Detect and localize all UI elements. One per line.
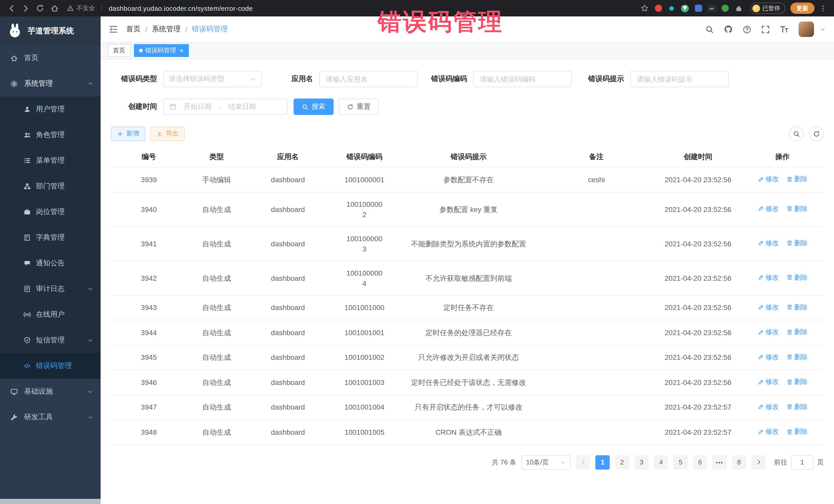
add-button[interactable]: 新增 — [111, 127, 145, 141]
delete-link[interactable]: 删除 — [786, 352, 808, 362]
edit-link[interactable]: 修改 — [757, 352, 779, 362]
extension-icon-on[interactable]: on — [706, 3, 717, 14]
delete-link[interactable]: 删除 — [786, 272, 808, 283]
page-button-4[interactable]: 4 — [654, 455, 668, 469]
export-button[interactable]: 导出 — [150, 127, 185, 141]
address-bar[interactable]: dashboard.yudao.iocoder.cn/system/error-… — [109, 4, 253, 12]
fullscreen-icon[interactable] — [761, 25, 770, 34]
document-icon — [24, 285, 31, 292]
reset-button[interactable]: 重置 — [339, 98, 379, 115]
user-avatar[interactable] — [798, 22, 814, 37]
table-row: 3940自动生成dashboard100100000 2参数配置 key 重复2… — [111, 192, 824, 226]
prev-page-button[interactable] — [576, 455, 590, 469]
sidebar-item-notice[interactable]: 通知公告 — [0, 250, 101, 276]
menu-list-icon — [24, 157, 31, 164]
reload-icon[interactable] — [34, 2, 46, 14]
annotation-title: 错误码管理 — [378, 6, 503, 38]
back-icon[interactable] — [5, 2, 18, 14]
delete-link[interactable]: 删除 — [786, 204, 808, 214]
page-button-8[interactable]: 8 — [732, 455, 746, 469]
sidebar-item-infrastructure[interactable]: 基础设施 — [0, 379, 101, 404]
sidebar-item-role-management[interactable]: 角色管理 — [0, 122, 101, 148]
divider — [102, 5, 102, 12]
sidebar-item-user-management[interactable]: 用户管理 — [0, 96, 101, 122]
edit-link[interactable]: 修改 — [757, 302, 779, 312]
security-indicator[interactable]: 不安全 — [67, 4, 95, 13]
page-button-2[interactable]: 2 — [615, 455, 629, 469]
col-header-msg: 错误码提示 — [399, 147, 538, 167]
help-icon[interactable] — [743, 25, 751, 34]
breadcrumb-home[interactable]: 首页 — [126, 25, 140, 34]
vue-devtools-icon[interactable] — [679, 3, 690, 14]
page-button-6[interactable]: 6 — [693, 455, 707, 469]
sidebar-item-home[interactable]: 首页 — [0, 45, 101, 71]
update-button[interactable]: 更新 — [790, 3, 814, 14]
edit-link[interactable]: 修改 — [757, 377, 779, 387]
bookmark-star-icon[interactable] — [638, 2, 651, 14]
edit-link[interactable]: 修改 — [757, 272, 779, 283]
github-icon[interactable] — [724, 25, 733, 34]
edit-link[interactable]: 修改 — [757, 238, 779, 248]
search-button[interactable]: 搜索 — [293, 98, 334, 115]
edit-link[interactable]: 修改 — [757, 174, 779, 184]
kebab-menu-icon[interactable] — [816, 2, 829, 14]
page-button-5[interactable]: 5 — [673, 455, 688, 469]
profile-paused-badge[interactable]: 已暂停 — [750, 3, 785, 14]
app-name-input[interactable] — [319, 71, 418, 87]
forward-icon[interactable] — [20, 2, 32, 14]
right-toolbar — [789, 126, 824, 141]
sidebar-item-online-users[interactable]: 在线用户 — [0, 302, 101, 327]
search-icon[interactable] — [705, 25, 714, 34]
tab-error-code-management[interactable]: 错误码管理 × — [134, 44, 189, 57]
active-dot — [139, 49, 143, 52]
edit-link[interactable]: 修改 — [757, 204, 779, 214]
sidebar-item-system-management[interactable]: 系统管理 — [0, 71, 101, 96]
delete-link[interactable]: 删除 — [786, 426, 808, 437]
extension-icon-teal-dot[interactable] — [666, 3, 677, 14]
delete-link[interactable]: 删除 — [786, 302, 808, 312]
edit-link[interactable]: 修改 — [757, 327, 779, 337]
extension-icon-green[interactable] — [719, 3, 730, 14]
sidebar-item-sms-management[interactable]: 短信管理 — [0, 327, 101, 353]
delete-link[interactable]: 删除 — [786, 327, 808, 337]
extension-icon-red[interactable] — [653, 3, 664, 14]
edit-link[interactable]: 修改 — [757, 426, 779, 437]
sidebar-item-audit-log[interactable]: 审计日志 — [0, 276, 101, 302]
sidebar-item-menu-management[interactable]: 菜单管理 — [0, 148, 101, 174]
sidebar-item-error-code-management[interactable]: 错误码管理 — [0, 353, 101, 379]
edit-link[interactable]: 修改 — [757, 401, 779, 412]
app-logo[interactable]: 芋道管理系统 — [0, 17, 101, 45]
page-size-select[interactable]: 10条/页 — [522, 455, 571, 469]
delete-link[interactable]: 删除 — [786, 238, 808, 248]
sidebar-item-dept-management[interactable]: 部门管理 — [0, 174, 101, 199]
extension-icon-grid[interactable] — [693, 3, 704, 14]
sidebar-item-post-management[interactable]: 岗位管理 — [0, 199, 101, 225]
delete-link[interactable]: 删除 — [786, 174, 808, 184]
error-msg-input[interactable] — [630, 71, 729, 87]
tab-home[interactable]: 首页 — [108, 44, 130, 57]
more-pages-button[interactable]: ••• — [712, 455, 727, 469]
chevron-down-icon[interactable] — [820, 26, 826, 32]
collapse-sidebar-icon[interactable] — [109, 25, 118, 34]
delete-link[interactable]: 删除 — [786, 377, 808, 387]
sidebar-menu: 首页 系统管理 用户管理 角色管理 菜单管理 部门管理 岗位管理 字典管理 通知… — [0, 45, 101, 430]
extensions-puzzle-icon[interactable] — [733, 2, 745, 14]
goto-page-input[interactable] — [791, 455, 813, 469]
error-code-input[interactable] — [473, 71, 572, 87]
next-page-button[interactable] — [751, 455, 766, 469]
breadcrumb-system[interactable]: 系统管理 — [152, 25, 181, 34]
home-icon[interactable] — [48, 2, 61, 14]
page-button-3[interactable]: 3 — [634, 455, 649, 469]
refresh-table-icon[interactable] — [809, 126, 824, 141]
sidebar-item-dev-tools[interactable]: 研发工具 — [0, 404, 101, 430]
delete-link[interactable]: 删除 — [786, 401, 808, 412]
edit-icon — [757, 354, 764, 360]
font-size-icon[interactable] — [780, 25, 789, 34]
toggle-search-icon[interactable] — [789, 126, 804, 141]
create-time-range-picker[interactable]: 开始日期 - 结束日期 — [163, 98, 287, 115]
page-button-1[interactable]: 1 — [595, 455, 610, 469]
close-icon[interactable]: × — [180, 47, 183, 54]
sidebar-item-dict-management[interactable]: 字典管理 — [0, 225, 101, 250]
error-type-select[interactable]: 请选择错误码类型 — [163, 71, 262, 87]
edit-icon — [757, 403, 764, 410]
